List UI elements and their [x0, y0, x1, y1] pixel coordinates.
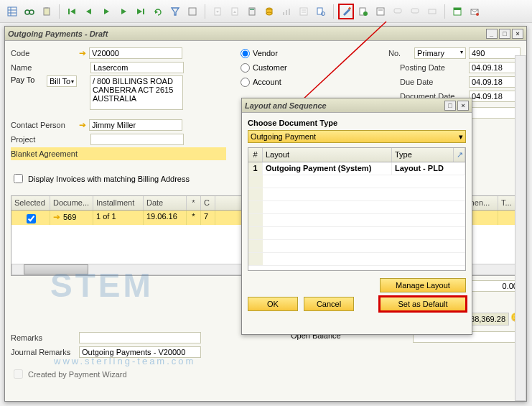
remarks-field[interactable]	[79, 332, 201, 343]
posting-field[interactable]: 04.09.18	[469, 62, 521, 73]
col-selected[interactable]: Selected	[11, 196, 50, 210]
gear-doc-icon[interactable]	[355, 4, 371, 19]
account-radio[interactable]	[241, 78, 250, 87]
code-field[interactable]: V20000	[89, 47, 182, 59]
cancel-button[interactable]: Cancel	[304, 297, 354, 311]
chart-icon[interactable]	[279, 4, 294, 19]
contact-field[interactable]: Jimmy Miller	[89, 119, 182, 131]
nav-first-icon[interactable]	[64, 4, 80, 19]
svg-rect-8	[68, 9, 70, 14]
main-toolbar	[0, 0, 532, 23]
open-balance-label: Open Balance	[291, 331, 341, 360]
db-icon[interactable]	[261, 4, 277, 19]
col-date[interactable]: Date	[144, 196, 187, 210]
vendor-label: Vendor	[253, 49, 278, 57]
svg-rect-7	[45, 7, 48, 9]
link-arrow-icon[interactable]: ➔	[79, 48, 86, 58]
svg-point-5	[29, 10, 34, 14]
svg-rect-0	[8, 7, 17, 16]
col-num[interactable]: #	[248, 148, 263, 162]
svg-rect-44	[454, 8, 461, 10]
window-titlebar[interactable]: Outgoing Payments - Draft _ □ ×	[5, 27, 526, 41]
svg-rect-27	[283, 12, 284, 15]
svg-marker-15	[155, 10, 158, 14]
payto-select[interactable]: Bill To▾	[47, 75, 77, 87]
svg-marker-13	[137, 9, 142, 14]
note-icon[interactable]	[373, 4, 388, 19]
project-field[interactable]	[90, 134, 184, 145]
vendor-radio[interactable]	[241, 49, 250, 58]
nav-last-icon[interactable]	[133, 4, 149, 19]
col-layout[interactable]: Layout	[263, 148, 392, 162]
layout-table: # Layout Type ↗ 1 Outgoing Payment (Syst…	[248, 147, 466, 271]
no-field[interactable]: 490	[469, 47, 521, 59]
close-button[interactable]: ×	[512, 29, 523, 39]
svg-rect-41	[411, 9, 419, 13]
project-label: Project	[11, 135, 79, 144]
ok-button[interactable]: OK	[248, 297, 298, 311]
svg-marker-16	[172, 8, 179, 15]
display-invoices-label: Display Invoices with matching Billing A…	[28, 175, 190, 183]
nav-forward-icon[interactable]	[116, 4, 131, 19]
due-label: Due Date	[400, 78, 466, 86]
journal-field[interactable]: Outgoing Payments - V20000	[79, 346, 201, 358]
layout-row[interactable]: 1 Outgoing Payment (System) Layout - PLD	[248, 162, 465, 175]
manage-layout-button[interactable]: Manage Layout	[380, 278, 466, 292]
chat-icon[interactable]	[390, 4, 406, 19]
svg-marker-10	[86, 9, 91, 14]
docdate-field[interactable]: 04.09.18	[469, 91, 521, 102]
window-scrollbar[interactable]	[515, 55, 526, 401]
minimize-button[interactable]: _	[486, 29, 498, 39]
calc-icon[interactable]	[244, 4, 260, 19]
customer-label: Customer	[253, 63, 287, 72]
doc-type-select[interactable]: Outgoing Payment	[248, 130, 466, 143]
layout-pref-icon[interactable]	[449, 4, 465, 19]
doc-out-icon[interactable]	[227, 4, 243, 19]
funnel-icon[interactable]	[167, 4, 183, 19]
chat2-icon[interactable]	[407, 4, 423, 19]
col-docnum[interactable]: Docume...	[50, 196, 93, 210]
dialog-close-button[interactable]: ×	[457, 101, 469, 111]
no-series-select[interactable]: Primary▾	[414, 47, 466, 59]
redo-icon[interactable]	[150, 4, 166, 19]
contact-label: Contact Person	[11, 121, 79, 129]
dialog-maximize-button[interactable]: □	[444, 101, 456, 111]
set-as-default-button[interactable]: Set as Default	[380, 297, 466, 311]
layout-designer-icon[interactable]	[338, 4, 354, 19]
link-arrow-icon[interactable]: ➔	[53, 212, 60, 222]
address-field[interactable]	[90, 75, 183, 110]
display-invoices-checkbox[interactable]	[14, 174, 23, 183]
col-type[interactable]: Type	[392, 148, 454, 162]
created-by-wizard-checkbox	[14, 369, 23, 379]
col-c[interactable]: C	[201, 196, 215, 210]
svg-point-46	[476, 13, 479, 16]
col-star[interactable]: *	[187, 196, 201, 210]
link-arrow-icon[interactable]: ➔	[79, 120, 86, 130]
doc-in-icon[interactable]	[210, 4, 225, 19]
nav-prev-icon[interactable]	[81, 4, 97, 19]
window-title: Outgoing Payments - Draft	[8, 29, 108, 38]
payto-label: Pay To	[11, 75, 47, 84]
link-icon[interactable]	[185, 4, 200, 19]
name-field[interactable]: Lasercom	[90, 62, 184, 73]
paste-icon[interactable]	[39, 4, 55, 19]
col-installment[interactable]: Installment	[93, 196, 144, 210]
find-doc-icon[interactable]	[313, 4, 329, 19]
expand-icon[interactable]: ↗	[454, 148, 465, 162]
binoculars-icon[interactable]	[22, 4, 37, 19]
created-by-wizard-label: Created by Payment Wizard	[28, 370, 127, 379]
layout-sequence-dialog: Layout and Sequence □ × Choose Document …	[241, 98, 472, 335]
customer-radio[interactable]	[241, 63, 250, 73]
grid-icon[interactable]	[4, 4, 20, 19]
nav-next-icon[interactable]	[98, 4, 114, 19]
mail-icon[interactable]	[467, 4, 482, 19]
account-label: Account	[253, 78, 281, 86]
row-icon[interactable]	[424, 4, 440, 19]
form-icon[interactable]	[296, 4, 312, 19]
maximize-button[interactable]: □	[499, 29, 510, 39]
svg-rect-23	[250, 9, 254, 10]
row-selected-checkbox[interactable]	[27, 214, 36, 223]
dialog-titlebar[interactable]: Layout and Sequence □ ×	[242, 98, 472, 113]
due-field[interactable]: 04.09.18	[469, 76, 521, 88]
blanket-label: Blanket Agreement	[11, 149, 79, 158]
